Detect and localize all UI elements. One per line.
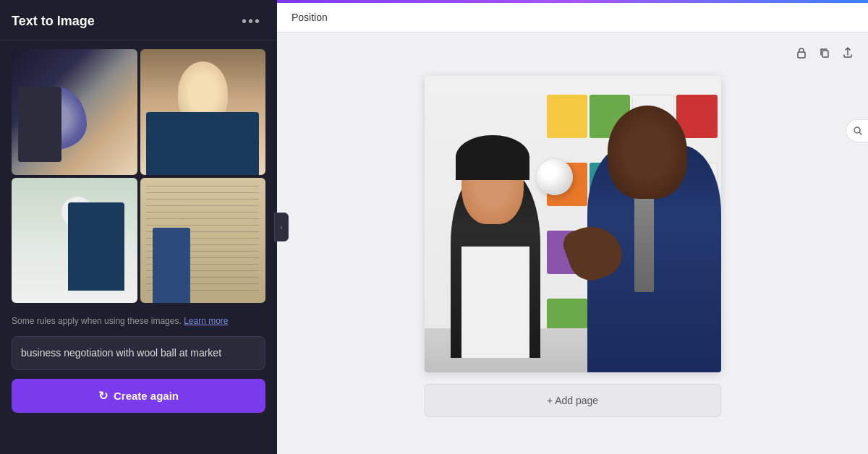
wool-ball xyxy=(537,159,573,195)
image-grid xyxy=(0,40,277,312)
left-panel: Text to Image ••• Some rules apply when … xyxy=(0,0,277,454)
right-header: Position xyxy=(277,3,868,33)
person-left-hair xyxy=(456,135,529,180)
grid-image-3[interactable] xyxy=(12,178,137,304)
prompt-display[interactable]: business negotiation with wool ball at m… xyxy=(12,336,265,370)
more-options-button[interactable]: ••• xyxy=(237,12,265,31)
panel-title: Text to Image xyxy=(12,14,95,29)
grid-image-1[interactable] xyxy=(12,49,137,175)
main-image-canvas xyxy=(425,76,721,372)
create-again-label: Create again xyxy=(114,390,179,402)
rules-notice-text: Some rules apply when using these images… xyxy=(12,316,182,326)
svg-rect-0 xyxy=(798,52,805,58)
collapse-icon: ‹ xyxy=(280,223,282,231)
position-label: Position xyxy=(292,12,328,23)
add-page-button[interactable]: + Add page xyxy=(425,384,721,417)
copy-button[interactable] xyxy=(816,44,833,64)
refresh-icon: ↻ xyxy=(98,389,108,403)
left-header: Text to Image ••• xyxy=(0,0,277,40)
prompt-text: business negotiation with wool ball at m… xyxy=(21,347,221,359)
grid-image-2[interactable] xyxy=(140,49,266,175)
person-right xyxy=(587,106,721,372)
lock-button[interactable] xyxy=(793,44,810,64)
yarn-item xyxy=(547,95,587,138)
main-generated-image[interactable] xyxy=(425,76,721,372)
collapse-panel-button[interactable]: ‹ xyxy=(274,213,289,241)
svg-point-2 xyxy=(854,127,860,133)
learn-more-link[interactable]: Learn more xyxy=(184,316,228,326)
person-left-shirt xyxy=(461,247,529,358)
search-side-button[interactable] xyxy=(846,119,868,142)
person-right-head xyxy=(608,106,688,199)
create-again-button[interactable]: ↻ Create again xyxy=(12,379,265,413)
person-right-tie xyxy=(634,186,655,293)
canvas-area: + Add page xyxy=(277,33,868,454)
export-button[interactable] xyxy=(839,44,856,64)
canvas-toolbar xyxy=(793,44,856,64)
svg-rect-1 xyxy=(822,51,828,57)
person-left xyxy=(439,135,552,358)
right-panel: Position xyxy=(277,0,868,454)
grid-image-4[interactable] xyxy=(140,178,266,304)
rules-notice: Some rules apply when using these images… xyxy=(0,312,277,336)
